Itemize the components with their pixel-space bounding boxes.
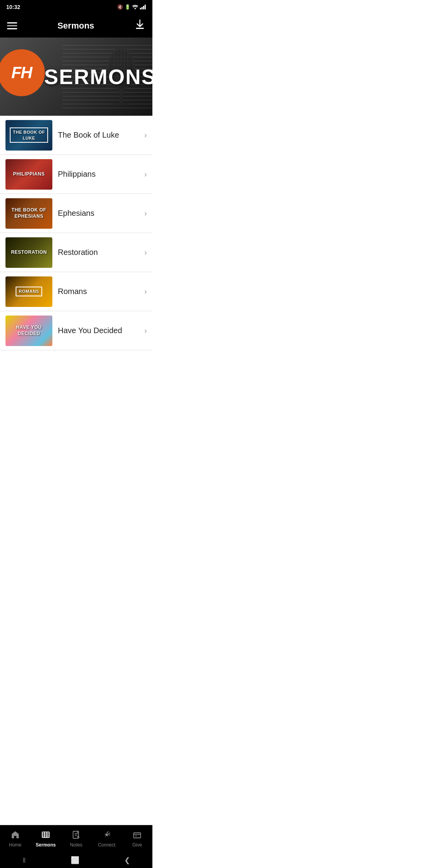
sermon-thumb-decided: HAVE YOU DECIDED (5, 316, 52, 346)
thumb-label-philippians: PHILIPPIANS (12, 170, 46, 179)
sermon-chevron-luke: › (144, 131, 147, 140)
sermon-item-philippians[interactable]: PHILIPPIANS Philippians › (0, 155, 152, 194)
sermon-title-decided: Have You Decided (58, 326, 122, 335)
sermons-banner: FH SERMONS (0, 38, 152, 116)
svg-rect-1 (141, 7, 143, 9)
top-bar: Sermons (0, 14, 152, 38)
banner-sermons-text: SERMONS (44, 65, 152, 89)
svg-rect-2 (143, 6, 144, 9)
sermon-info-romans: Romans (58, 287, 139, 296)
page-title: Sermons (57, 21, 94, 31)
sermon-chevron-philippians: › (144, 170, 147, 179)
wifi-icon (132, 5, 138, 9)
thumb-label-restoration: RESTORATION (9, 248, 48, 257)
svg-rect-0 (140, 8, 141, 9)
sermon-thumb-restoration: RESTORATION (5, 237, 52, 268)
sermon-title-philippians: Philippians (58, 170, 96, 178)
thumb-label-decided: HAVE YOU DECIDED (5, 323, 52, 338)
sermon-list: THE BOOK OFLUKE The Book of Luke › PHILI… (0, 116, 152, 350)
sermon-chevron-romans: › (144, 287, 147, 296)
sermon-info-philippians: Philippians (58, 170, 139, 179)
thumb-label-luke: THE BOOK OFLUKE (10, 127, 48, 143)
sermon-title-restoration: Restoration (58, 248, 98, 256)
svg-rect-3 (145, 5, 146, 9)
sermon-title-ephesians: Ephesians (58, 209, 94, 217)
menu-button[interactable] (7, 22, 17, 29)
sermon-info-restoration: Restoration (58, 248, 139, 257)
status-bar: 10:32 🔇 🔋 (0, 0, 152, 14)
logo-letters: FH (11, 63, 32, 82)
sermon-thumb-romans: ROMANS (5, 276, 52, 307)
sermon-chevron-decided: › (144, 326, 147, 335)
sermon-title-romans: Romans (58, 287, 87, 296)
sermon-chevron-ephesians: › (144, 209, 147, 218)
svg-rect-4 (136, 28, 144, 29)
sermon-item-luke[interactable]: THE BOOK OFLUKE The Book of Luke › (0, 116, 152, 155)
logo-circle: FH (0, 49, 45, 96)
sermon-chevron-restoration: › (144, 248, 147, 257)
thumb-label-romans: ROMANS (16, 287, 42, 296)
status-icons: 🔇 🔋 (117, 4, 146, 10)
sermon-info-ephesians: Ephesians (58, 209, 139, 218)
status-time: 10:32 (6, 4, 20, 10)
sermon-thumb-philippians: PHILIPPIANS (5, 159, 52, 190)
sermon-item-romans[interactable]: ROMANS Romans › (0, 272, 152, 311)
sermon-item-restoration[interactable]: RESTORATION Restoration › (0, 233, 152, 272)
sermon-title-luke: The Book of Luke (58, 131, 119, 139)
sermon-thumb-ephesians: THE BOOK OFEPHESIANS (5, 198, 52, 229)
sermon-thumb-luke: THE BOOK OFLUKE (5, 120, 52, 151)
battery-icon: 🔋 (125, 4, 131, 10)
signal-icon (140, 5, 146, 9)
banner-content: FH SERMONS (0, 38, 152, 116)
mute-icon: 🔇 (117, 4, 123, 10)
sermon-item-ephesians[interactable]: THE BOOK OFEPHESIANS Ephesians › (0, 194, 152, 233)
sermon-info-luke: The Book of Luke (58, 131, 139, 140)
sermon-info-decided: Have You Decided (58, 326, 139, 335)
thumb-label-ephesians: THE BOOK OFEPHESIANS (10, 206, 48, 221)
sermon-item-decided[interactable]: HAVE YOU DECIDED Have You Decided › (0, 311, 152, 350)
download-button[interactable] (134, 19, 145, 32)
